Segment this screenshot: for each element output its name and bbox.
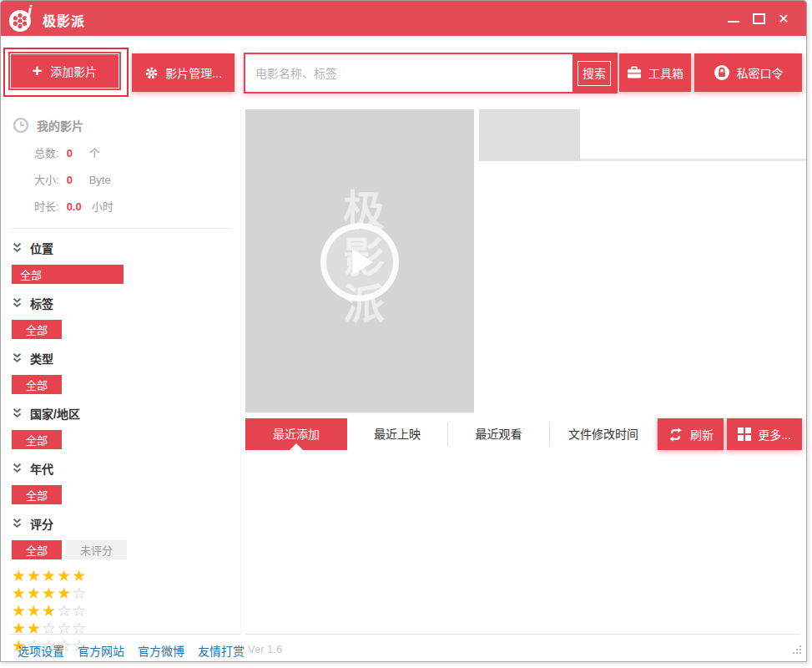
filter-section-country-title: 国家/地区 — [30, 405, 80, 422]
add-movie-button[interactable]: + 添加影片 — [10, 53, 119, 89]
search-box: 搜索 — [244, 53, 618, 94]
movie-poster-placeholder[interactable]: 极影派 — [245, 109, 474, 412]
add-movie-highlight-box: + 添加影片 — [3, 48, 129, 97]
app-window: j 极影派 ✕ + 添加影片 影片管理... 搜索 — [0, 0, 807, 662]
logo-j-glyph: j — [28, 2, 32, 20]
resize-grip[interactable] — [791, 644, 802, 659]
filter-section-country: 国家/地区 全部 — [12, 405, 240, 449]
filter-location-all[interactable]: 全部 — [12, 265, 124, 284]
star-filled-icon: ★ — [42, 602, 57, 620]
tab-recently-watched[interactable]: 最近观看 — [448, 418, 549, 450]
film-reel-icon: j — [8, 5, 38, 33]
tab-recently-released[interactable]: 最近上映 — [347, 418, 447, 450]
filter-section-type-title: 类型 — [30, 350, 53, 367]
rating-row-3-stars[interactable]: ★★★☆☆ — [12, 602, 240, 620]
tab-file-modified-time[interactable]: 文件修改时间 — [550, 418, 657, 450]
chevron-double-down-icon[interactable] — [12, 463, 23, 474]
play-triangle — [352, 249, 373, 274]
filter-era-all[interactable]: 全部 — [12, 485, 62, 504]
filter-section-tags-header: 标签 — [12, 295, 240, 311]
star-filled-icon: ★ — [27, 584, 42, 602]
filter-section-type-header: 类型 — [12, 350, 240, 367]
footer-link-weibo[interactable]: 官方微博 — [138, 642, 184, 659]
toolbox-label: 工具箱 — [648, 64, 683, 81]
manage-movies-button[interactable]: 影片管理... — [132, 53, 235, 92]
refresh-label: 刷新 — [690, 426, 714, 443]
sidebar: 我的影片 总数: 0 个 大小: 0 Byte 时长: 0.0 小时 位置 — [2, 97, 240, 655]
private-password-button[interactable]: 私密口令 — [694, 53, 802, 92]
detail-tab-placeholder[interactable] — [479, 109, 580, 161]
my-movies-header: 我的影片 — [13, 117, 240, 134]
rating-row-5-stars[interactable]: ★★★★★ — [12, 567, 240, 584]
footer-divider-left — [9, 634, 240, 635]
version-label: Ver 1.6 — [248, 643, 282, 655]
minimize-icon[interactable] — [721, 6, 746, 31]
filter-country-all[interactable]: 全部 — [12, 430, 62, 449]
filter-type-all[interactable]: 全部 — [12, 375, 62, 394]
star-empty-icon: ☆ — [57, 602, 72, 620]
filter-section-rating: 评分 全部 未评分 — [12, 515, 240, 559]
star-empty-icon: ☆ — [72, 602, 87, 620]
filter-section-tags: 标签 全部 — [12, 295, 240, 339]
plus-icon: + — [33, 65, 43, 77]
add-movie-label: 添加影片 — [50, 63, 97, 79]
sort-tabs-bar: 最近添加 最近上映 最近观看 文件修改时间 刷新 更多... — [245, 418, 802, 450]
play-icon[interactable] — [320, 222, 399, 301]
app-title: 极影派 — [43, 10, 85, 30]
chevron-double-down-icon[interactable] — [12, 352, 23, 364]
filter-rating-unrated[interactable]: 未评分 — [66, 540, 127, 559]
private-password-label: 私密口令 — [737, 64, 784, 81]
gear-icon — [144, 66, 159, 80]
window-controls: ✕ — [721, 1, 796, 36]
star-empty-icon: ☆ — [72, 584, 87, 602]
maximize-icon[interactable] — [746, 6, 771, 31]
toolbox-icon — [627, 66, 642, 79]
star-filled-icon: ★ — [27, 567, 42, 584]
chevron-double-down-icon[interactable] — [12, 242, 23, 254]
stat-size-label: 大小: — [34, 171, 59, 187]
filter-section-era: 年代 全部 — [12, 460, 240, 504]
search-input[interactable] — [245, 54, 572, 92]
grid-icon — [738, 428, 751, 441]
star-filled-icon: ★ — [12, 567, 27, 584]
rating-row-4-stars[interactable]: ★★★★☆ — [12, 584, 240, 602]
footer-link-official-site[interactable]: 官方网站 — [78, 642, 124, 659]
star-filled-icon: ★ — [12, 584, 27, 602]
more-button[interactable]: 更多... — [727, 418, 802, 450]
stat-total-value: 0 — [67, 147, 79, 159]
manage-movies-label: 影片管理... — [165, 64, 222, 81]
star-filled-icon: ★ — [57, 584, 72, 602]
refresh-button[interactable]: 刷新 — [658, 418, 724, 450]
more-label: 更多... — [758, 426, 791, 443]
stat-size-value: 0 — [67, 174, 79, 186]
chevron-double-down-icon[interactable] — [12, 297, 23, 309]
filter-section-tags-title: 标签 — [30, 295, 53, 311]
filter-section-era-header: 年代 — [12, 460, 240, 477]
refresh-loop-icon — [668, 428, 683, 442]
filter-tags-all[interactable]: 全部 — [12, 320, 62, 339]
sidebar-main-divider — [240, 109, 241, 634]
clock-icon — [13, 117, 29, 134]
tab-recently-added[interactable]: 最近添加 — [245, 418, 347, 450]
filter-section-rating-header: 评分 — [12, 515, 240, 532]
star-filled-icon: ★ — [27, 602, 42, 620]
close-icon[interactable]: ✕ — [771, 6, 796, 31]
filter-rating-all[interactable]: 全部 — [12, 540, 62, 559]
star-filled-icon: ★ — [12, 602, 27, 620]
search-button[interactable]: 搜索 — [577, 61, 611, 86]
chevron-double-down-icon[interactable] — [12, 407, 23, 419]
toolbox-button[interactable]: 工具箱 — [619, 53, 691, 92]
filter-section-location-header: 位置 — [12, 240, 240, 256]
filter-section-location: 位置 全部 — [12, 240, 240, 284]
titlebar: j 极影派 ✕ — [1, 1, 806, 36]
footer-link-donate[interactable]: 友情打赏 — [198, 642, 245, 659]
footer-link-options[interactable]: 选项设置 — [18, 642, 64, 659]
footer-links: 选项设置 官方网站 官方微博 友情打赏 — [18, 642, 245, 659]
lock-icon — [714, 64, 730, 81]
chevron-double-down-icon[interactable] — [12, 518, 23, 529]
stat-duration: 时长: 0.0 小时 — [34, 198, 240, 214]
stat-total: 总数: 0 个 — [34, 144, 240, 160]
filter-section-country-header: 国家/地区 — [12, 405, 240, 422]
star-filled-icon: ★ — [42, 584, 57, 602]
star-filled-icon: ★ — [42, 567, 57, 584]
